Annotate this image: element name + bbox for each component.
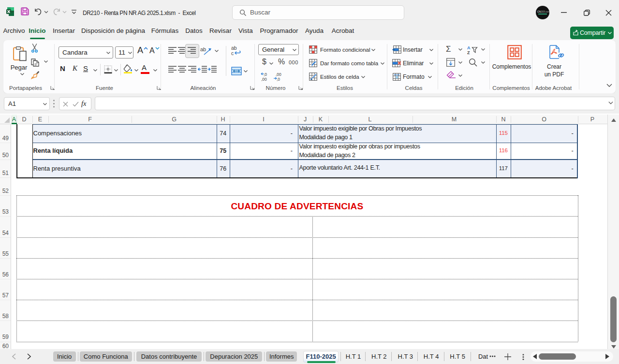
svg-text:Z: Z [467, 50, 470, 55]
svg-text:ab: ab [200, 46, 206, 52]
svg-text:,0: ,0 [264, 72, 267, 77]
svg-text:,0: ,0 [277, 77, 280, 82]
svg-text:c: c [231, 50, 234, 56]
svg-text:A: A [467, 45, 471, 50]
svg-text:,00: ,00 [276, 72, 281, 77]
svg-text:,00: ,00 [261, 77, 267, 82]
